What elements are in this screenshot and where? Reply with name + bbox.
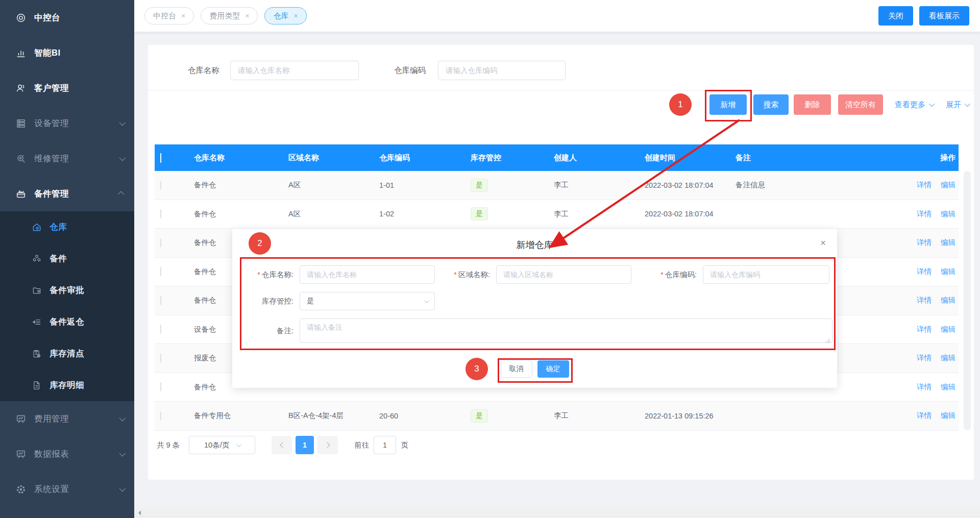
view-more-link[interactable]: 查看更多 <box>895 94 933 115</box>
sidebar-item-stocktake[interactable]: 库存清点 <box>0 338 134 369</box>
tab-close-icon[interactable]: × <box>181 12 185 20</box>
tab-expense-type[interactable]: 费用类型 × <box>201 7 258 24</box>
page-size-select[interactable]: 10条/页 <box>189 436 255 454</box>
cell-code: 1-02 <box>379 210 471 218</box>
row-checkbox[interactable] <box>160 382 161 391</box>
chevron-down-icon <box>424 298 429 303</box>
sidebar-item-spare-parts[interactable]: 备件管理 <box>0 176 134 211</box>
edit-link[interactable]: 编辑 <box>941 267 955 276</box>
edit-link[interactable]: 编辑 <box>941 325 955 333</box>
dashboard-icon <box>15 12 27 23</box>
field-label: *区域名称: <box>443 270 490 280</box>
tab-close-icon[interactable]: × <box>293 12 298 20</box>
detail-link[interactable]: 详情 <box>917 181 932 189</box>
sidebar-item-expense[interactable]: 费用管理 <box>0 401 134 436</box>
edit-link[interactable]: 编辑 <box>941 210 955 218</box>
cell-code: 20-60 <box>379 412 471 420</box>
close-page-button[interactable]: 关闭 <box>878 6 913 26</box>
sidebar-item-parts-approval[interactable]: 备件审批 <box>0 275 134 306</box>
modal-area-name-input[interactable] <box>496 265 631 284</box>
sidebar-item-bi[interactable]: 智能BI <box>0 35 134 70</box>
board-display-button[interactable]: 看板展示 <box>919 6 969 26</box>
sidebar-item-warehouse[interactable]: 仓库 <box>0 211 134 243</box>
sidebar-item-label: 备件管理 <box>34 188 119 200</box>
cell-creator: 李工 <box>554 180 645 190</box>
pagination: 共 9 条 10条/页 1 前往 页 <box>157 436 408 454</box>
cell-warehouse-name: 备件专用仓 <box>194 411 288 421</box>
horizontal-scrollbar[interactable] <box>134 508 980 517</box>
modal-note-textarea[interactable] <box>300 318 832 343</box>
sidebar-item-label: 库存明细 <box>50 380 84 391</box>
detail-link[interactable]: 详情 <box>917 210 932 218</box>
row-checkbox[interactable] <box>160 267 161 276</box>
goto-page-input[interactable] <box>374 436 396 454</box>
sidebar-item-stock-detail[interactable]: 库存明细 <box>0 369 134 401</box>
sidebar-item-parts[interactable]: 备件 <box>0 243 134 275</box>
modal-close-icon[interactable]: × <box>820 238 826 248</box>
add-button[interactable]: 新增 <box>709 94 747 115</box>
detail-link[interactable]: 详情 <box>917 354 932 362</box>
confirm-button[interactable]: 确定 <box>537 360 569 378</box>
chevron-down-icon <box>965 101 970 107</box>
warehouse-name-input[interactable] <box>230 61 359 80</box>
field-label: 备注: <box>237 326 293 336</box>
select-all-checkbox[interactable] <box>160 153 161 163</box>
sidebar-item-devices[interactable]: 设备管理 <box>0 106 134 141</box>
row-checkbox[interactable] <box>160 411 161 421</box>
textarea-resize-handle[interactable] <box>825 338 830 343</box>
repair-icon <box>15 153 27 164</box>
sidebar-item-reports[interactable]: 数据报表 <box>0 436 134 472</box>
detail-link[interactable]: 详情 <box>917 238 932 246</box>
modal-warehouse-code-input[interactable] <box>703 265 829 284</box>
detail-link[interactable]: 详情 <box>917 267 932 276</box>
edit-link[interactable]: 编辑 <box>941 354 955 362</box>
current-page-button[interactable]: 1 <box>296 436 314 454</box>
tab-console[interactable]: 中控台 × <box>144 7 194 24</box>
modal-warehouse-name-input[interactable] <box>300 265 435 284</box>
edit-link[interactable]: 编辑 <box>941 296 955 304</box>
row-checkbox[interactable] <box>160 238 161 248</box>
sidebar-item-label: 数据报表 <box>34 449 119 460</box>
detail-link[interactable]: 详情 <box>917 411 932 420</box>
warehouse-code-input[interactable] <box>438 61 566 80</box>
edit-link[interactable]: 编辑 <box>941 238 955 246</box>
cancel-button[interactable]: 取消 <box>501 360 532 378</box>
row-checkbox[interactable] <box>160 325 161 334</box>
tab-warehouse[interactable]: 仓库 × <box>264 7 306 24</box>
stock-control-badge: 是 <box>471 179 488 192</box>
bi-chart-icon <box>15 47 27 59</box>
warehouse-icon <box>32 222 42 232</box>
prev-page-button[interactable] <box>272 436 292 454</box>
detail-link[interactable]: 详情 <box>917 383 932 391</box>
stock-control-select[interactable]: 是 <box>300 292 435 310</box>
cell-creator: 李工 <box>554 209 645 219</box>
row-checkbox[interactable] <box>160 296 161 305</box>
sidebar-submenu-spare-parts: 仓库 备件 备件审批 备件返仓 库存清点 库存明细 <box>0 211 134 401</box>
sidebar-item-customers[interactable]: 客户管理 <box>0 70 134 106</box>
row-checkbox[interactable] <box>160 181 161 190</box>
next-page-button[interactable] <box>317 436 338 454</box>
field-label: 库存管控: <box>237 297 293 306</box>
sidebar-item-parts-return[interactable]: 备件返仓 <box>0 306 134 338</box>
edit-link[interactable]: 编辑 <box>941 411 955 420</box>
expand-link[interactable]: 展开 <box>946 94 969 115</box>
row-checkbox[interactable] <box>160 354 161 363</box>
scroll-left-arrow-icon <box>138 510 141 515</box>
cell-time: 2022-03-02 18:07:04 <box>645 210 736 218</box>
vertical-scrollbar[interactable] <box>964 171 971 430</box>
cell-area: A区 <box>288 209 379 219</box>
clear-all-button[interactable]: 清空所有 <box>838 94 883 115</box>
tab-close-icon[interactable]: × <box>245 12 249 20</box>
edit-link[interactable]: 编辑 <box>941 181 955 189</box>
detail-link[interactable]: 详情 <box>917 325 932 333</box>
sidebar-item-repair[interactable]: 维修管理 <box>0 141 134 176</box>
delete-button[interactable]: 删除 <box>794 94 831 115</box>
column-header: 备注 <box>736 153 890 163</box>
sidebar-item-settings[interactable]: 系统设置 <box>0 472 134 507</box>
column-header: 操作 <box>890 153 959 163</box>
edit-link[interactable]: 编辑 <box>941 383 955 391</box>
detail-link[interactable]: 详情 <box>917 296 932 304</box>
row-checkbox[interactable] <box>160 209 161 218</box>
sidebar-item-console[interactable]: 中控台 <box>0 0 134 35</box>
search-button[interactable]: 搜索 <box>753 94 789 115</box>
